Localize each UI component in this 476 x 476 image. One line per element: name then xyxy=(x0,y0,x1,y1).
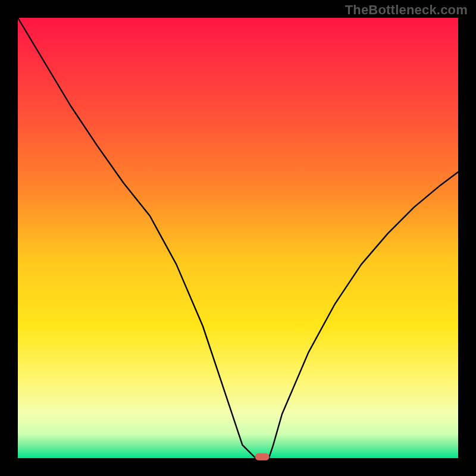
chart-svg xyxy=(0,0,476,476)
watermark-text: TheBottleneck.com xyxy=(345,2,468,18)
plot-background xyxy=(18,18,458,458)
optimal-marker xyxy=(255,453,270,461)
bottleneck-chart: TheBottleneck.com xyxy=(0,0,476,476)
